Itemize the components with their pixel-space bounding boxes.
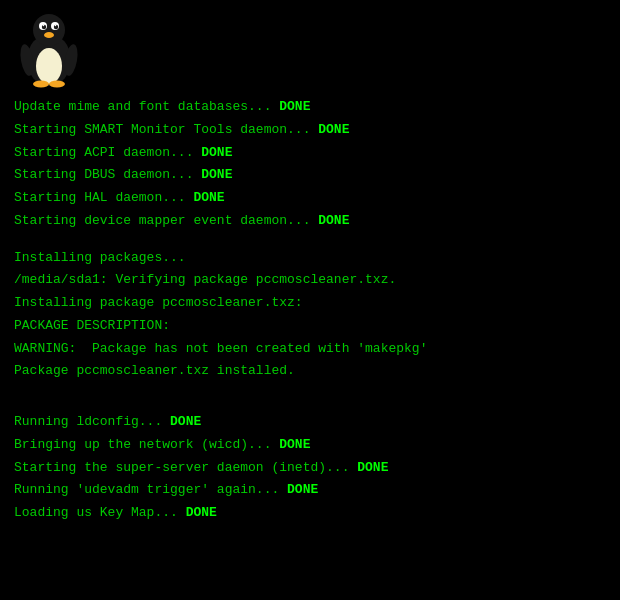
log-line-line14: Bringing up the network (wicd)... DONE xyxy=(14,434,606,457)
log-line-line9: Installing package pccmoscleaner.txz: xyxy=(14,292,606,315)
log-line-line2: Starting SMART Monitor Tools daemon... D… xyxy=(14,119,606,142)
status-done: DONE xyxy=(318,122,349,137)
log-line-line1: Update mime and font databases... DONE xyxy=(14,96,606,119)
svg-point-7 xyxy=(43,25,45,27)
log-line-line8: /media/sda1: Verifying package pccmoscle… xyxy=(14,269,606,292)
log-line-line6: Starting device mapper event daemon... D… xyxy=(14,210,606,233)
log-line-line4: Starting DBUS daemon... DONE xyxy=(14,164,606,187)
terminal-screen: Update mime and font databases... DONESt… xyxy=(0,0,620,600)
log-line-line11: WARNING: Package has not been created wi… xyxy=(14,338,606,361)
log-line-line17: Loading us Key Map... DONE xyxy=(14,502,606,525)
log-line-line13: Running ldconfig... DONE xyxy=(14,411,606,434)
status-done: DONE xyxy=(193,190,224,205)
status-done: DONE xyxy=(201,167,232,182)
status-done: DONE xyxy=(357,460,388,475)
svg-point-2 xyxy=(33,14,65,46)
status-done: DONE xyxy=(186,505,217,520)
log-line-line5: Starting HAL daemon... DONE xyxy=(14,187,606,210)
log-line-line7: Installing packages... xyxy=(14,247,606,270)
status-done: DONE xyxy=(279,99,310,114)
svg-point-10 xyxy=(33,81,49,88)
status-done: DONE xyxy=(287,482,318,497)
log-line-line15: Starting the super-server daemon (inetd)… xyxy=(14,457,606,480)
tux-logo xyxy=(14,8,606,90)
status-done: DONE xyxy=(170,414,201,429)
svg-point-11 xyxy=(49,81,65,88)
tux-icon xyxy=(14,8,84,90)
status-done: DONE xyxy=(318,213,349,228)
status-done: DONE xyxy=(279,437,310,452)
log-line-line16: Running 'udevadm trigger' again... DONE xyxy=(14,479,606,502)
svg-point-8 xyxy=(55,25,57,27)
svg-point-9 xyxy=(44,32,54,38)
log-line-line10: PACKAGE DESCRIPTION: xyxy=(14,315,606,338)
svg-point-1 xyxy=(36,48,62,84)
log-line-line3: Starting ACPI daemon... DONE xyxy=(14,142,606,165)
log-line-line12: Package pccmoscleaner.txz installed. xyxy=(14,360,606,383)
status-done: DONE xyxy=(201,145,232,160)
log-output: Update mime and font databases... DONESt… xyxy=(14,96,606,525)
